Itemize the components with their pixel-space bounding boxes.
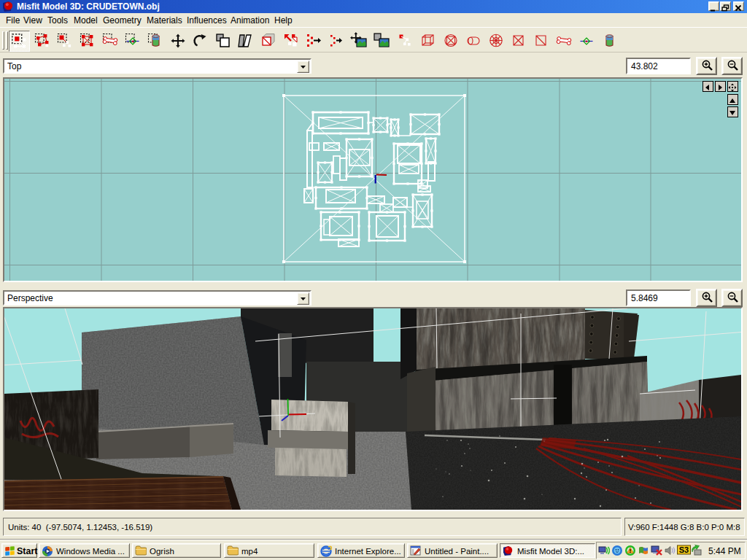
svg-text:S3: S3 bbox=[679, 545, 689, 554]
